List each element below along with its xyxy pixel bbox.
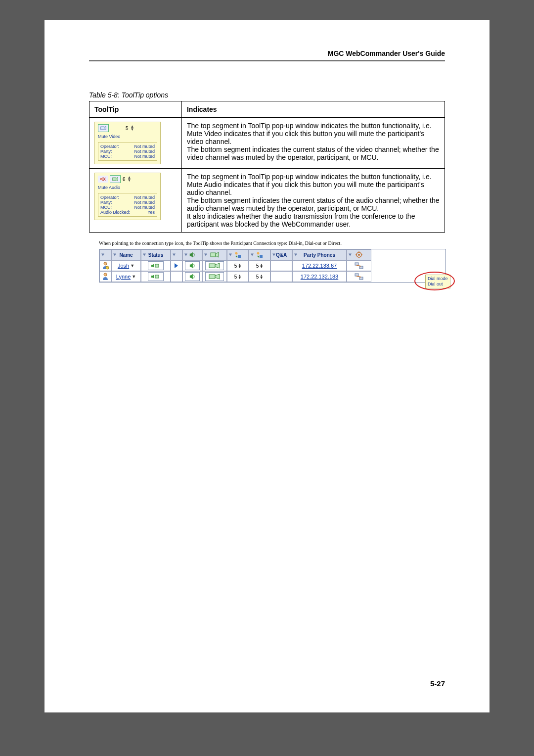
svg-marker-2 — [101, 177, 103, 181]
label-mcu: MCU: — [100, 205, 112, 210]
flag-cell — [171, 260, 182, 271]
participant-name[interactable]: Josh — [118, 263, 129, 269]
spinner-icon[interactable]: ▲▼ — [238, 263, 241, 268]
col-conn-icon[interactable] — [347, 249, 371, 260]
tooltip-number: 6 — [123, 177, 126, 182]
connection-type-cell[interactable] — [347, 260, 371, 271]
label-party: Party: — [100, 200, 112, 205]
col-tooltip: ToolTip — [89, 101, 182, 118]
participants-grid: Name Status Q&A Party Phones — [99, 249, 446, 283]
num1-cell[interactable]: 5▲▼ — [227, 260, 249, 271]
svg-rect-37 — [359, 277, 363, 280]
participant-name-cell[interactable]: Lynne▼ — [111, 271, 141, 282]
svg-point-12 — [257, 252, 260, 255]
party-phone[interactable]: 172.22.133.67 — [302, 263, 337, 269]
connection-type-cell[interactable] — [347, 271, 371, 282]
svg-point-10 — [235, 252, 238, 255]
label-operator: Operator: — [100, 195, 119, 200]
col-av2-icon[interactable] — [249, 249, 270, 260]
label-mcu: MCU: — [100, 154, 112, 159]
camera-cell[interactable] — [202, 260, 227, 271]
dropdown-icon[interactable]: ▼ — [132, 274, 136, 279]
tooltip-cell-video: 5 ▲▼ Mute Video Operator:Not muted Party… — [89, 118, 182, 169]
connection-icon — [355, 262, 363, 270]
col-indicates: Indicates — [181, 101, 445, 118]
participant-name[interactable]: Lynne — [116, 274, 131, 280]
col-qa[interactable]: Q&A — [270, 249, 292, 260]
qa-cell — [270, 260, 292, 271]
spinner-icon[interactable]: ▲▼ — [260, 274, 263, 279]
col-name[interactable]: Name — [111, 249, 141, 260]
svg-rect-34 — [209, 275, 215, 279]
participant-name-cell[interactable]: Josh▼ — [111, 260, 141, 271]
status-indicator-icon — [148, 261, 164, 270]
participant-row: Lynne▼ 5▲▼ 5▲▼ 172.22.132.183 — [99, 271, 445, 282]
svg-marker-6 — [116, 177, 118, 181]
row2-p3: It also indicates whether the audio tran… — [187, 212, 440, 228]
value-party: Not muted — [134, 149, 155, 154]
col-av1-icon[interactable] — [227, 249, 249, 260]
value-operator: Not muted — [134, 195, 155, 200]
svg-marker-33 — [190, 274, 193, 279]
speaker-icon — [189, 274, 196, 280]
document-page: MGC WebCommander User's Guide Table 5-8:… — [44, 20, 490, 712]
svg-marker-24 — [175, 263, 178, 268]
camera-icon — [98, 124, 109, 132]
spinner-icon[interactable]: ▲▼ — [260, 263, 263, 268]
person-icon — [99, 271, 111, 282]
svg-rect-32 — [155, 275, 159, 278]
number-value: 5 — [234, 274, 237, 280]
value-mcu: Not muted — [134, 154, 155, 159]
arrow-right-icon — [174, 262, 179, 269]
col-icon[interactable] — [99, 249, 111, 260]
flag-cell — [171, 271, 182, 282]
dropdown-icon[interactable]: ▼ — [130, 263, 134, 268]
status-cell — [141, 260, 171, 271]
svg-rect-5 — [113, 178, 116, 181]
camera-icon — [209, 263, 221, 269]
svg-marker-27 — [215, 263, 220, 268]
svg-rect-36 — [355, 274, 358, 276]
row1-p2: The bottom segment indicates the current… — [187, 145, 440, 161]
svg-rect-28 — [355, 263, 358, 265]
row1-p1: The top segment in ToolTip pop-up window… — [187, 122, 440, 145]
connection-icon — [355, 273, 363, 281]
tooltip-options-table: ToolTip Indicates 5 ▲▼ — [89, 101, 445, 233]
col-status[interactable]: Status — [141, 249, 171, 260]
col-mic-icon[interactable] — [182, 249, 202, 260]
num2-cell[interactable]: 5▲▼ — [249, 260, 270, 271]
col-flag[interactable] — [171, 249, 182, 260]
table-row: 5 ▲▼ Mute Video Operator:Not muted Party… — [89, 118, 445, 169]
col-phones[interactable]: Party Phones — [292, 249, 347, 260]
party-phone[interactable]: 172.22.132.183 — [301, 274, 338, 280]
col-camera-icon[interactable] — [202, 249, 227, 260]
num1-cell[interactable]: 5▲▼ — [227, 271, 249, 282]
tooltip-title: Mute Audio — [98, 185, 157, 190]
svg-marker-25 — [190, 263, 193, 268]
mic-cell[interactable] — [182, 260, 202, 271]
phone-cell: 172.22.133.67 — [292, 260, 347, 271]
tooltip-cell-audio: 6 ▲▼ Mute Audio Operator:Not muted Party… — [89, 169, 182, 233]
svg-point-15 — [358, 254, 360, 256]
connection-type-caption: When pointing to the connection type ico… — [99, 240, 445, 246]
tooltip-status-box: Operator:Not muted Party:Not muted MCU:N… — [98, 142, 157, 161]
svg-rect-13 — [260, 255, 263, 258]
tooltip-panel-video: 5 ▲▼ Mute Video Operator:Not muted Party… — [94, 122, 161, 164]
num2-cell[interactable]: 5▲▼ — [249, 271, 270, 282]
svg-rect-0 — [101, 127, 104, 130]
label-operator: Operator: — [100, 144, 119, 149]
tooltip-panel-audio: 6 ▲▼ Mute Audio Operator:Not muted Party… — [94, 173, 161, 220]
header-title: MGC WebCommander User's Guide — [328, 49, 445, 57]
spinner-icon: ▲▼ — [128, 176, 132, 182]
svg-marker-31 — [151, 275, 154, 279]
mic-cell[interactable] — [182, 271, 202, 282]
camera-cell[interactable] — [202, 271, 227, 282]
page-number: 5-27 — [430, 679, 445, 688]
person-icon — [99, 260, 111, 271]
grid-header-row: Name Status Q&A Party Phones — [99, 249, 445, 260]
number-value: 5 — [256, 274, 259, 280]
svg-marker-22 — [151, 264, 154, 268]
tooltip-line2: Dial out — [428, 282, 448, 287]
spinner-icon[interactable]: ▲▼ — [238, 274, 241, 279]
spinner-icon: ▲▼ — [131, 125, 134, 131]
